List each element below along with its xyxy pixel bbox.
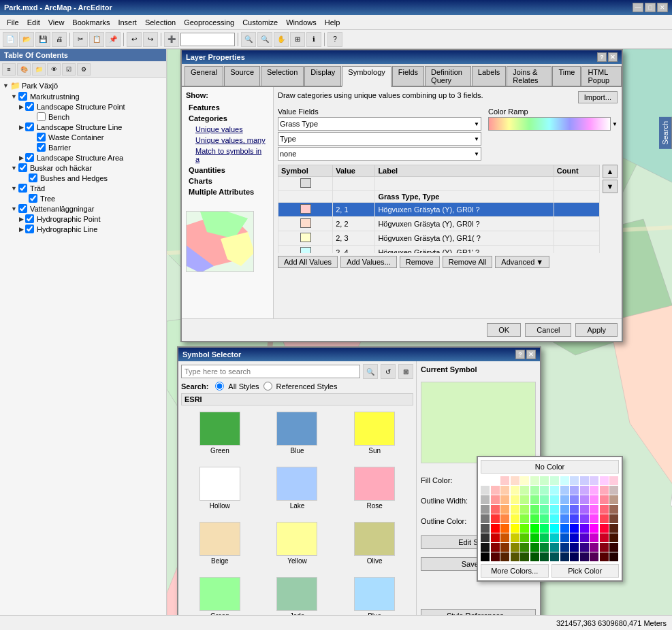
color-cell[interactable] — [500, 514, 509, 523]
color-cell[interactable] — [511, 486, 519, 495]
color-cell[interactable] — [500, 552, 509, 561]
save-button[interactable]: 💾 — [35, 32, 50, 47]
color-cell[interactable] — [500, 505, 509, 514]
color-cell[interactable] — [560, 543, 569, 552]
symbol-grid-item[interactable]: Green — [184, 574, 256, 615]
toc-checkbox[interactable] — [18, 204, 27, 213]
table-row[interactable]: Grass Type, Type — [278, 191, 600, 203]
color-cell[interactable] — [530, 514, 539, 523]
toc-item-markutrustning[interactable]: ▼ Markutrustning — [11, 91, 163, 101]
toc-by-selection-button[interactable]: ☑ — [62, 63, 76, 76]
toc-checkbox[interactable] — [25, 153, 34, 162]
toc-checkbox[interactable] — [18, 92, 27, 101]
color-cell[interactable] — [530, 476, 539, 485]
color-cell[interactable] — [590, 505, 598, 514]
redo-button[interactable]: ↪ — [143, 32, 158, 47]
color-cell[interactable] — [500, 495, 509, 504]
maximize-button[interactable]: □ — [645, 3, 656, 12]
color-cell[interactable] — [570, 495, 579, 504]
sym-search-input[interactable] — [181, 365, 360, 378]
tab-definition-query[interactable]: Definition Query — [425, 66, 471, 86]
color-cell[interactable] — [500, 476, 509, 485]
color-cell[interactable] — [609, 533, 618, 542]
color-cell[interactable] — [511, 514, 519, 523]
menu-help[interactable]: Help — [321, 17, 345, 28]
color-cell[interactable] — [570, 543, 579, 552]
print-button[interactable]: 🖨 — [52, 32, 67, 47]
color-cell[interactable] — [550, 476, 559, 485]
color-cell[interactable] — [600, 524, 609, 533]
toc-item-bench[interactable]: Bench — [27, 112, 163, 122]
color-cell[interactable] — [590, 486, 598, 495]
toc-checkbox[interactable] — [18, 184, 27, 193]
sym-sel-title-buttons[interactable]: ? ✕ — [515, 350, 536, 359]
undo-button[interactable]: ↩ — [127, 32, 142, 47]
paste-button[interactable]: 📌 — [106, 32, 121, 47]
color-cell[interactable] — [511, 533, 519, 542]
color-cell[interactable] — [540, 486, 549, 495]
expand-icon[interactable]: ▶ — [19, 154, 24, 161]
menu-windows[interactable]: Windows — [282, 17, 321, 28]
color-cell[interactable] — [491, 514, 500, 523]
color-cell[interactable] — [530, 543, 539, 552]
toc-checkbox[interactable] — [37, 133, 46, 142]
field3-dropdown[interactable]: none ▼ — [278, 147, 481, 161]
menu-customize[interactable]: Customize — [238, 17, 282, 28]
full-extent-button[interactable]: ⊞ — [290, 32, 305, 47]
color-cell[interactable] — [550, 524, 559, 533]
color-cell[interactable] — [530, 495, 539, 504]
color-cell[interactable] — [580, 476, 589, 485]
expand-icon[interactable]: ▼ — [11, 185, 17, 192]
toc-item-vatten[interactable]: ▼ Vattenanläggningar — [11, 203, 163, 214]
tab-labels[interactable]: Labels — [472, 66, 506, 86]
menu-insert[interactable]: Insert — [114, 17, 141, 28]
color-cell[interactable] — [540, 524, 549, 533]
expand-icon[interactable]: ▼ — [11, 205, 17, 212]
dialog-title-buttons[interactable]: ? ✕ — [597, 52, 618, 62]
menu-bookmarks[interactable]: Bookmarks — [68, 17, 114, 28]
color-cell[interactable] — [560, 505, 569, 514]
add-all-values-button[interactable]: Add All Values — [278, 256, 338, 268]
cancel-button[interactable]: Cancel — [525, 323, 571, 337]
color-cell[interactable] — [560, 524, 569, 533]
color-cell[interactable] — [520, 505, 529, 514]
toc-checkbox[interactable] — [29, 173, 37, 182]
symbol-grid-item[interactable]: Rose — [338, 463, 411, 513]
color-cell[interactable] — [540, 495, 549, 504]
apply-button[interactable]: Apply — [575, 323, 618, 337]
color-cell[interactable] — [481, 476, 490, 485]
toc-item-tree[interactable]: Tree — [19, 193, 163, 203]
add-values-button[interactable]: Add Values... — [340, 256, 397, 268]
color-cell[interactable] — [491, 505, 500, 514]
color-cell[interactable] — [560, 533, 569, 542]
color-cell[interactable] — [580, 514, 589, 523]
color-cell[interactable] — [600, 543, 609, 552]
style-references-button[interactable]: Style References... — [421, 609, 536, 615]
expand-icon[interactable]: ▼ — [11, 165, 17, 171]
color-cell[interactable] — [500, 486, 509, 495]
color-cell[interactable] — [550, 505, 559, 514]
minimize-button[interactable]: — — [633, 3, 643, 12]
sym-sel-close-button[interactable]: ✕ — [526, 350, 536, 359]
color-swatch[interactable] — [300, 247, 311, 253]
color-cell[interactable] — [590, 514, 598, 523]
expand-icon[interactable]: ▶ — [19, 103, 24, 110]
color-cell[interactable] — [481, 552, 490, 561]
color-cell[interactable] — [570, 476, 579, 485]
toc-list-view-button[interactable]: ≡ — [2, 63, 16, 76]
color-cell[interactable] — [600, 552, 609, 561]
color-cell[interactable] — [590, 495, 598, 504]
toc-checkbox[interactable] — [25, 214, 34, 223]
color-cell[interactable] — [580, 505, 589, 514]
toc-item-buskar[interactable]: ▼ Buskar och häckar — [11, 163, 163, 173]
color-cell[interactable] — [570, 524, 579, 533]
color-cell[interactable] — [540, 505, 549, 514]
add-data-button[interactable]: ➕ — [164, 32, 179, 47]
toc-options-button[interactable]: ⚙ — [77, 63, 91, 76]
color-cell[interactable] — [530, 524, 539, 533]
color-cell[interactable] — [491, 486, 500, 495]
no-color-button[interactable]: No Color — [481, 460, 619, 474]
color-cell[interactable] — [590, 476, 598, 485]
color-cell[interactable] — [491, 533, 500, 542]
copy-button[interactable]: 📋 — [89, 32, 104, 47]
